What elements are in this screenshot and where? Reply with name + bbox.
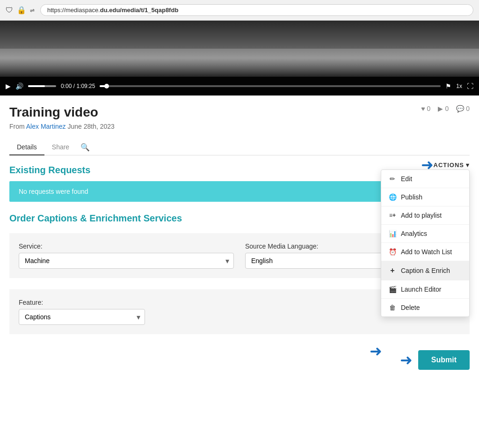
browser-bar: 🛡 🔒 ⇌ https://mediaspace.du.edu/media/t/… (0, 0, 479, 21)
menu-label-delete: Delete (401, 304, 420, 311)
menu-label-publish: Publish (401, 193, 422, 201)
progress-dot (104, 84, 109, 88)
author-link[interactable]: Alex Martinez (26, 123, 66, 130)
play-icon: ▶ (438, 105, 443, 112)
feature-group: Feature: Captions Chapters Transcription… (19, 299, 145, 325)
menu-item-launch-editor[interactable]: 🎬 Launch Editor (381, 280, 469, 299)
actions-label: ACTIONS (434, 162, 464, 169)
feature-select-wrapper: Captions Chapters Transcription ▾ (19, 309, 145, 325)
tab-details[interactable]: Details (9, 140, 44, 155)
menu-item-add-to-watchlist[interactable]: ⏰ Add to Watch List (381, 243, 469, 261)
analytics-icon: 📊 (389, 230, 396, 237)
flag-button[interactable]: ⚑ (445, 82, 451, 90)
progress-bar[interactable] (100, 85, 441, 87)
menu-label-launch-editor: Launch Editor (401, 286, 441, 293)
submit-area: ➜ Submit (9, 345, 470, 375)
publish-date: June 28th, 2023 (67, 123, 114, 130)
toggle-icon: ⇌ (30, 7, 35, 14)
lock-icon: 🔒 (17, 6, 26, 15)
menu-item-edit[interactable]: ✏ Edit (381, 170, 469, 188)
caption-enrich-icon: + (389, 266, 396, 275)
submit-button[interactable]: Submit (418, 350, 470, 370)
menu-label-edit: Edit (401, 175, 412, 183)
publish-icon: 🌐 (389, 193, 396, 201)
shield-icon: 🛡 (6, 6, 13, 15)
browser-security-icons: 🛡 🔒 ⇌ (6, 6, 35, 15)
no-requests-text: No requests were found (19, 188, 88, 195)
menu-item-delete[interactable]: 🗑 Delete (381, 299, 469, 316)
video-player: ▶ 🔊 0:00 / 1:09:25 ⚑ 1x ⛶ (0, 21, 479, 95)
play-button[interactable]: ▶ (6, 82, 11, 90)
plays-stat: ▶ 0 (438, 105, 449, 112)
tabs-row: Details Share 🔍 (9, 140, 470, 155)
delete-icon: 🗑 (389, 304, 396, 311)
service-select-wrapper: Machine Human Auto ▾ (19, 253, 234, 269)
submit-arrow: ➜ (400, 353, 413, 367)
edit-icon: ✏ (389, 175, 396, 183)
video-meta: From Alex Martinez June 28th, 2023 (9, 123, 470, 130)
heart-icon: ♥ (421, 105, 425, 112)
menu-label-add-to-watchlist: Add to Watch List (401, 248, 452, 256)
comment-icon: 💬 (456, 105, 464, 112)
likes-count: 0 (427, 105, 431, 112)
menu-item-publish[interactable]: 🌐 Publish (381, 188, 469, 206)
tab-share[interactable]: Share (44, 140, 77, 155)
feature-select[interactable]: Captions Chapters Transcription (19, 309, 145, 325)
volume-fill (28, 85, 45, 87)
page-content: ♥ 0 ▶ 0 💬 0 Training video From Alex Mar… (0, 95, 479, 384)
volume-bar[interactable] (28, 85, 56, 87)
playlist-icon: ≡+ (389, 212, 396, 219)
menu-item-analytics[interactable]: 📊 Analytics (381, 225, 469, 243)
caption-enrich-pointer-arrow: ➜ (370, 344, 382, 359)
url-display: https://mediaspace.du.edu/media/t/1_5qap… (47, 7, 178, 14)
plays-count: 0 (445, 105, 449, 112)
url-domain: du.edu (100, 7, 120, 14)
video-controls: ▶ 🔊 0:00 / 1:09:25 ⚑ 1x ⛶ (0, 77, 479, 95)
likes-stat: ♥ 0 (421, 105, 430, 112)
speed-button[interactable]: 1x (456, 83, 462, 89)
service-select[interactable]: Machine Human Auto (19, 253, 234, 269)
actions-dropdown-menu: ✏ Edit 🌐 Publish ≡+ Add to playlist 📊 An… (381, 169, 470, 317)
menu-label-add-to-playlist: Add to playlist (401, 212, 442, 219)
menu-item-add-to-playlist[interactable]: ≡+ Add to playlist (381, 206, 469, 225)
menu-label-caption-enrich: Caption & Enrich (401, 267, 450, 274)
volume-button[interactable]: 🔊 (15, 82, 23, 90)
caption-enrich-arrow: ➜ (370, 344, 382, 359)
video-thumbnail (0, 21, 479, 77)
url-path: /media/t/1_5qap8fdb (120, 7, 178, 14)
service-label: Service: (19, 242, 234, 250)
feature-label: Feature: (19, 299, 145, 306)
search-icon[interactable]: 🔍 (80, 143, 90, 152)
comments-count: 0 (466, 105, 470, 112)
comments-stat: 💬 0 (456, 105, 470, 112)
actions-button[interactable]: ACTIONS ▾ (434, 162, 470, 169)
current-time: 0:00 / 1:09:25 (61, 83, 95, 89)
watchlist-icon: ⏰ (389, 248, 396, 256)
menu-label-analytics: Analytics (401, 230, 427, 237)
fullscreen-button[interactable]: ⛶ (467, 82, 473, 90)
address-bar[interactable]: https://mediaspace.du.edu/media/t/1_5qap… (40, 4, 473, 16)
controls-right: ⚑ 1x ⛶ (445, 82, 473, 90)
video-stats: ♥ 0 ▶ 0 💬 0 (421, 105, 470, 112)
menu-item-caption-enrich[interactable]: + Caption & Enrich (381, 261, 469, 280)
page-title: Training video (9, 105, 470, 120)
launch-editor-icon: 🎬 (389, 286, 396, 293)
chevron-down-icon: ▾ (466, 162, 470, 169)
service-group: Service: Machine Human Auto ▾ (19, 242, 234, 269)
